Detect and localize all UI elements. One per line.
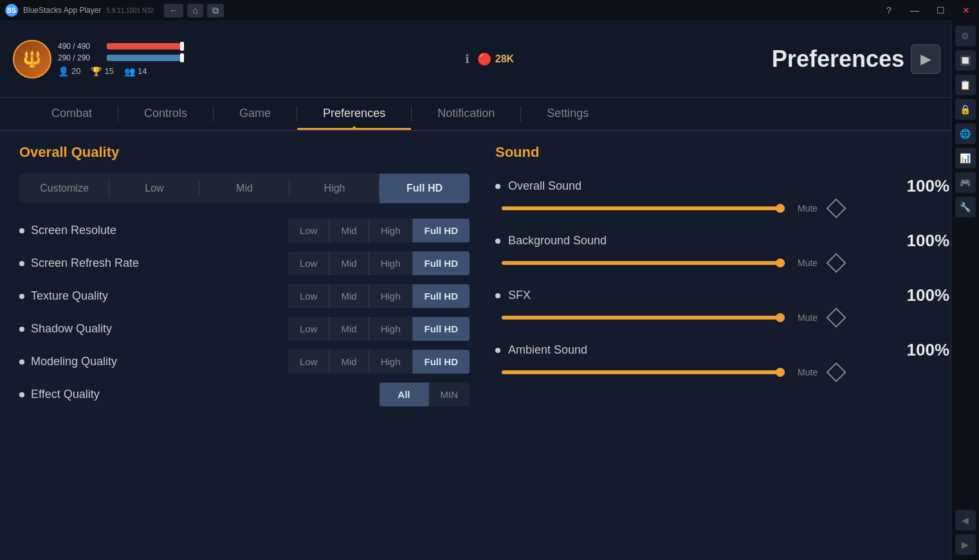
screen-refresh-mid[interactable]: Mid <box>329 251 369 275</box>
app-version: 5.9.11.1001 N32 <box>106 7 154 14</box>
sidebar-icon-next[interactable]: ▶ <box>955 534 976 555</box>
shadow-quality-mid[interactable]: Mid <box>329 317 369 341</box>
sound-row-ambient: Ambient Sound 100% Mute <box>495 340 960 379</box>
effect-quality-options: All MIN <box>380 383 470 406</box>
tab-notification[interactable]: Notification <box>412 99 520 130</box>
setting-row-modeling: Modeling Quality Low Mid High Full HD <box>19 350 470 374</box>
quality-btn-customize[interactable]: Customize <box>19 174 109 203</box>
modeling-quality-high[interactable]: High <box>369 350 413 374</box>
setting-dot-4 <box>19 327 24 332</box>
tab-combat-label: Combat <box>51 107 92 120</box>
tab-combat[interactable]: Combat <box>26 99 118 130</box>
texture-quality-mid[interactable]: Mid <box>329 284 369 308</box>
screen-resolute-label: Screen Resolute <box>31 224 160 237</box>
ambient-sound-thumb <box>776 368 785 377</box>
overall-sound-percent: 100% <box>898 176 949 196</box>
tabs: Combat Controls Game Preferences Notific… <box>0 98 979 131</box>
minimize-button[interactable]: — <box>902 0 928 21</box>
tab-game-label: Game <box>239 107 271 120</box>
sfx-mute-button[interactable] <box>827 307 846 327</box>
mp-track <box>107 55 184 61</box>
screen-resolute-options: Low Mid High Full HD <box>288 219 470 242</box>
help-button[interactable]: ? <box>876 0 902 21</box>
home-button[interactable]: ⌂ <box>187 4 203 17</box>
right-sidebar: ⚙ 🔲 📋 🔒 🌐 📊 🎮 🔧 ◀ ▶ <box>951 21 979 560</box>
quality-btn-high[interactable]: High <box>289 174 380 203</box>
sidebar-icon-6[interactable]: 📊 <box>955 148 976 168</box>
sidebar-icon-8[interactable]: 🔧 <box>955 197 976 217</box>
currency-value: 28K <box>495 53 514 65</box>
modeling-quality-low[interactable]: Low <box>288 350 330 374</box>
sidebar-icon-7[interactable]: 🎮 <box>955 172 976 193</box>
tab-settings[interactable]: Settings <box>521 99 614 130</box>
shadow-quality-high[interactable]: High <box>369 317 413 341</box>
background-sound-label: Background Sound <box>508 234 637 248</box>
setting-row-effect: Effect Quality All MIN <box>19 383 470 406</box>
mp-bar-row: 290 / 290 <box>58 53 184 62</box>
sidebar-icon-5[interactable]: 🌐 <box>955 123 976 144</box>
tab-active-indicator <box>351 126 358 130</box>
sidebar-icon-1[interactable]: ⚙ <box>955 26 976 46</box>
sidebar-icon-2[interactable]: 🔲 <box>955 50 976 71</box>
modeling-quality-fullhd[interactable]: Full HD <box>413 350 470 374</box>
sound-dot-3 <box>495 293 500 298</box>
overall-mute-label: Mute <box>798 203 818 213</box>
tab-game[interactable]: Game <box>214 99 297 130</box>
background-mute-button[interactable] <box>827 253 846 273</box>
background-sound-track <box>502 261 785 265</box>
overall-sound-fill <box>502 206 785 210</box>
texture-quality-low[interactable]: Low <box>288 284 330 308</box>
quality-btn-mid[interactable]: Mid <box>199 174 289 203</box>
currency-display: 🔴 28K <box>477 52 514 66</box>
screen-refresh-high[interactable]: High <box>369 251 413 275</box>
hp-fill <box>107 43 184 50</box>
preferences-header: Preferences ▶ <box>772 44 940 74</box>
tab-preferences[interactable]: Preferences <box>297 99 411 130</box>
texture-quality-fullhd[interactable]: Full HD <box>413 284 470 308</box>
screen-resolute-fullhd[interactable]: Full HD <box>413 219 470 242</box>
close-button[interactable]: ✕ <box>953 0 979 21</box>
overall-quality-title: Overall Quality <box>19 144 470 161</box>
ambient-sound-fill <box>502 370 785 374</box>
sound-row-overall: Overall Sound 100% Mute <box>495 176 960 215</box>
tab-preferences-label: Preferences <box>323 107 385 120</box>
effect-quality-all[interactable]: All <box>380 383 428 406</box>
screen-refresh-low[interactable]: Low <box>288 251 330 275</box>
sfx-slider[interactable] <box>502 316 785 320</box>
sidebar-icon-3[interactable]: 📋 <box>955 75 976 95</box>
sound-dot-2 <box>495 239 500 244</box>
overall-mute-button[interactable] <box>827 198 846 218</box>
sidebar-icon-prev[interactable]: ◀ <box>955 510 976 530</box>
stat-icon-2: 🏆 <box>91 66 102 77</box>
sidebar-icon-4[interactable]: 🔒 <box>955 99 976 120</box>
ambient-sound-slider[interactable] <box>502 370 785 374</box>
multi-button[interactable]: ⧉ <box>207 4 224 17</box>
screen-resolute-mid[interactable]: Mid <box>329 219 369 242</box>
overall-sound-slider[interactable] <box>502 206 785 210</box>
setting-row-texture: Texture Quality Low Mid High Full HD <box>19 284 470 308</box>
stat-value-2: 15 <box>104 66 113 76</box>
texture-quality-high[interactable]: High <box>369 284 413 308</box>
stat-item-3: 👥 14 <box>124 66 147 77</box>
quality-btn-fullhd[interactable]: Full HD <box>380 174 470 203</box>
stat-icon-1: 👤 <box>58 66 69 77</box>
overall-sound-label: Overall Sound <box>508 179 637 193</box>
modeling-quality-mid[interactable]: Mid <box>329 350 369 374</box>
sfx-label: SFX <box>508 289 637 302</box>
restore-button[interactable]: ☐ <box>928 0 953 21</box>
shadow-quality-low[interactable]: Low <box>288 317 330 341</box>
info-icon[interactable]: ℹ <box>465 52 470 66</box>
sfx-fill <box>502 316 785 320</box>
stat-value-1: 20 <box>71 66 80 76</box>
tab-controls[interactable]: Controls <box>118 99 213 130</box>
shadow-quality-fullhd[interactable]: Full HD <box>413 317 470 341</box>
ambient-mute-button[interactable] <box>827 362 846 382</box>
back-button[interactable]: ← <box>164 4 183 17</box>
screen-resolute-high[interactable]: High <box>369 219 413 242</box>
background-sound-slider[interactable] <box>502 261 785 265</box>
screen-refresh-fullhd[interactable]: Full HD <box>413 251 470 275</box>
quality-btn-low[interactable]: Low <box>109 174 199 203</box>
screen-resolute-low[interactable]: Low <box>288 219 330 242</box>
effect-quality-min[interactable]: MIN <box>429 383 470 406</box>
preferences-back-icon[interactable]: ▶ <box>911 44 940 74</box>
